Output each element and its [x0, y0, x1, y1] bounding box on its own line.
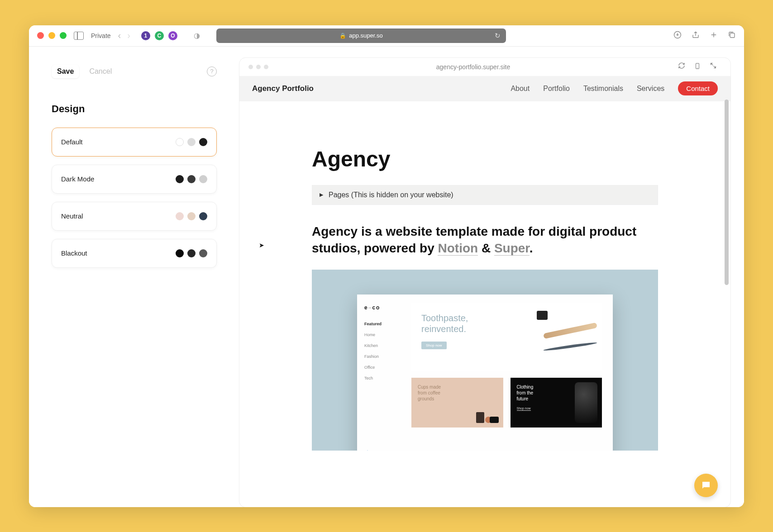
mockup-sidebar: e–co Featured Home Kitchen Fashion Offic… [357, 294, 411, 451]
site-brand[interactable]: Agency Portfolio [252, 84, 314, 93]
window-controls[interactable] [37, 32, 67, 39]
lock-icon: 🔒 [339, 33, 346, 39]
chat-icon [701, 480, 711, 491]
mockup-hero-card: Toothpaste,reinvented. Shop now [411, 303, 602, 370]
mockup-menu-item: Featured [364, 322, 404, 326]
swatch [187, 138, 196, 146]
swatch [176, 249, 184, 257]
hero-image: e–co Featured Home Kitchen Fashion Offic… [312, 270, 658, 451]
mockup-window: e–co Featured Home Kitchen Fashion Offic… [357, 294, 613, 451]
swatch [176, 175, 184, 183]
mockup-menu-item: Home [364, 332, 404, 337]
new-tab-icon[interactable] [710, 31, 718, 41]
refresh-icon[interactable]: ↻ [495, 32, 501, 40]
preview-wrapper: agency-portfolio.super.site [239, 58, 730, 507]
private-label: Private [91, 32, 111, 39]
preview-url: agency-portfolio.super.site [272, 63, 674, 71]
close-icon[interactable] [37, 32, 44, 39]
save-button[interactable]: Save [52, 65, 79, 78]
swatch [176, 212, 184, 220]
fullscreen-icon[interactable] [710, 62, 717, 72]
extension-icon[interactable]: C [155, 31, 164, 40]
tagline: Agency is a website template made for di… [312, 223, 658, 257]
theme-card-neutral[interactable]: Neutral [52, 202, 217, 231]
preview-page: Agency ▶ Pages (This is hidden on your w… [239, 101, 730, 469]
sidebar-toggle-icon[interactable] [74, 32, 84, 40]
nav-link-about[interactable]: About [511, 85, 530, 93]
swatch [199, 138, 207, 146]
nav-link-services[interactable]: Services [637, 85, 664, 93]
mockup-menu-item: Fashion [364, 354, 404, 359]
mockup-shop-button: Shop now [421, 342, 447, 349]
theme-card-default[interactable]: Default [52, 128, 217, 157]
minimize-icon[interactable] [48, 32, 55, 39]
back-icon[interactable]: ‹ [118, 30, 121, 41]
chat-bubble-button[interactable] [694, 474, 718, 497]
address-text: app.super.so [349, 32, 382, 39]
nav-link-portfolio[interactable]: Portfolio [543, 85, 570, 93]
toothbrush-icon [539, 311, 597, 338]
mobile-preview-icon[interactable] [694, 62, 701, 72]
mockup-logo: e–co [364, 304, 404, 311]
swatch [187, 212, 196, 220]
extension-icon[interactable]: O [168, 31, 177, 40]
cups-icon [476, 400, 499, 423]
swatch [199, 212, 207, 220]
super-link[interactable]: Super [494, 241, 530, 256]
theme-card-dark-mode[interactable]: Dark Mode [52, 165, 217, 194]
extension-icon[interactable]: 1 [141, 31, 150, 40]
help-icon[interactable]: ? [207, 66, 217, 76]
cancel-button[interactable]: Cancel [89, 67, 112, 76]
browser-chrome: Private ‹ › 1 C O ◑ 🔒 app.super.so ↻ [29, 25, 744, 47]
swatch [187, 249, 196, 257]
design-panel: Save Cancel ? Design DefaultDark ModeNeu… [29, 47, 239, 507]
site-navbar: Agency Portfolio About Portfolio Testimo… [239, 76, 730, 101]
maximize-icon[interactable] [60, 32, 67, 39]
tabs-icon[interactable] [728, 31, 736, 41]
mockup-card-cups: Cups made from coffee grounds [411, 378, 503, 428]
mockup-menu-item: Kitchen [364, 343, 404, 348]
statue-icon [575, 382, 597, 423]
svg-rect-1 [730, 33, 735, 38]
preview-panel: agency-portfolio.super.site [239, 47, 744, 507]
triangle-right-icon: ▶ [320, 192, 323, 198]
reload-preview-icon[interactable] [678, 62, 685, 72]
hidden-pages-toggle[interactable]: ▶ Pages (This is hidden on your website) [312, 185, 658, 205]
privacy-shield-icon[interactable]: ◑ [194, 31, 200, 40]
app-content: Save Cancel ? Design DefaultDark ModeNeu… [29, 47, 744, 507]
theme-name: Dark Mode [61, 175, 94, 183]
theme-swatches [176, 175, 207, 183]
swatch [199, 175, 207, 183]
cursor-icon: ➤ [259, 242, 264, 249]
theme-name: Default [61, 138, 83, 146]
preview-toolbar: agency-portfolio.super.site [239, 58, 730, 76]
theme-swatches [176, 138, 207, 146]
swatch [187, 175, 196, 183]
address-bar[interactable]: 🔒 app.super.so ↻ [216, 28, 506, 43]
contact-button[interactable]: Contact [678, 81, 718, 95]
mockup-signup: Signup [364, 450, 404, 451]
theme-swatches [176, 212, 207, 220]
swatch [176, 138, 184, 146]
share-icon[interactable] [692, 31, 700, 41]
browser-window: Private ‹ › 1 C O ◑ 🔒 app.super.so ↻ [29, 25, 744, 507]
mockup-menu-item: Office [364, 365, 404, 370]
panel-title: Design [52, 103, 217, 115]
forward-icon[interactable]: › [127, 30, 130, 41]
mockup-card-clothing: Clothing from the future Shop now [511, 378, 602, 428]
theme-card-blackout[interactable]: Blackout [52, 239, 217, 268]
hidden-pages-label: Pages (This is hidden on your website) [329, 191, 453, 199]
extensions: 1 C O [141, 31, 177, 40]
notion-link[interactable]: Notion [438, 241, 478, 256]
page-title: Agency [312, 147, 658, 171]
nav-link-testimonials[interactable]: Testimonials [583, 85, 623, 93]
swatch [199, 249, 207, 257]
theme-name: Blackout [61, 249, 87, 257]
theme-name: Neutral [61, 212, 83, 220]
theme-list: DefaultDark ModeNeutralBlackout [52, 128, 217, 268]
preview-body[interactable]: Agency Portfolio About Portfolio Testimo… [239, 76, 730, 507]
mockup-menu-item: Tech [364, 376, 404, 380]
theme-swatches [176, 249, 207, 257]
mockup-main: Toothpaste,reinvented. Shop now Cu [411, 294, 613, 451]
downloads-icon[interactable] [673, 31, 682, 41]
